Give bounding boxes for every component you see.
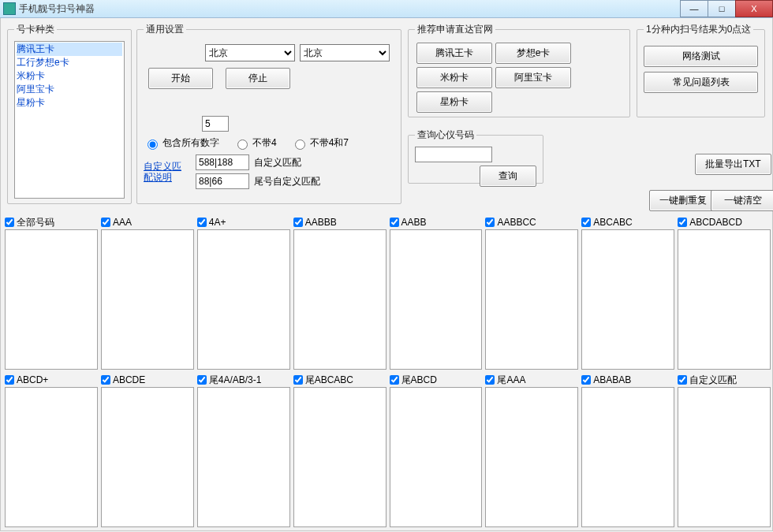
result-listbox[interactable] [293,229,386,370]
filter-label: ABCDE [113,374,145,385]
filter-checkbox[interactable] [581,218,591,227]
filter-label: 尾ABCABC [305,374,353,387]
faq-button[interactable]: 常见问题列表 [644,72,758,93]
grid-row-1: 全部号码AAA4A+AABBBAABBAABBCCABCABCABCDABCD [5,215,771,370]
query-legend: 查询心仪号码 [415,128,476,142]
maximize-button[interactable]: □ [708,0,736,17]
filter-checkbox[interactable] [5,218,14,227]
result-cell-head: ABCABC [581,215,674,229]
result-listbox[interactable] [101,229,194,370]
filter-label: 全部号码 [17,216,54,229]
start-button[interactable]: 开始 [148,68,213,89]
query-group: 查询心仪号码 查询 [408,128,543,184]
radio-no47[interactable]: 不带4和7 [291,136,349,150]
close-button[interactable]: X [735,0,773,17]
list-item[interactable]: 星粉卡 [17,96,122,110]
filter-checkbox[interactable] [197,375,207,385]
result-listbox[interactable] [581,229,674,370]
filter-checkbox[interactable] [5,375,14,385]
filter-label: 尾ABCD [401,374,437,387]
filter-checkbox[interactable] [581,375,591,385]
filter-checkbox[interactable] [678,218,687,227]
custom-match1-input[interactable] [196,154,249,170]
custom-match2-input[interactable] [196,173,249,189]
result-cell: AAA [101,215,194,370]
custom-match-help-link[interactable]: 自定义匹 [144,161,191,172]
list-item[interactable]: 米粉卡 [17,69,122,83]
filter-checkbox[interactable] [197,218,207,227]
result-listbox[interactable] [390,229,483,370]
filter-checkbox[interactable] [485,218,495,227]
result-cell: ABCD+ [5,373,98,527]
query-input[interactable] [415,147,492,162]
recommend-xing-button[interactable]: 星粉卡 [416,91,492,113]
list-item[interactable]: 工行梦想e卡 [17,56,122,69]
filter-checkbox[interactable] [390,218,399,227]
filter-checkbox[interactable] [485,375,495,385]
result-cell-head: ABCDABCD [678,215,771,229]
clear-all-button[interactable]: 一键清空 [711,190,773,211]
result-listbox[interactable] [101,387,194,527]
cardtypes-listbox[interactable]: 腾讯王卡 工行梦想e卡 米粉卡 阿里宝卡 星粉卡 [14,41,125,199]
radio-no47-input[interactable] [295,140,305,150]
minimize-button[interactable]: — [680,0,708,17]
result-cell: 尾AAA [485,373,578,527]
custom-match1-label: 自定义匹配 [254,156,301,169]
result-listbox[interactable] [197,387,290,527]
result-cell-head: AAA [101,215,194,229]
list-item[interactable]: 腾讯王卡 [17,43,122,56]
filter-checkbox[interactable] [293,375,303,385]
filter-checkbox[interactable] [101,375,110,385]
result-listbox[interactable] [678,387,771,527]
result-cell: 全部号码 [5,215,98,370]
result-cell: 自定义匹配 [678,373,771,527]
result-listbox[interactable] [5,387,98,527]
filter-checkbox[interactable] [293,218,303,227]
result-listbox[interactable] [678,229,771,370]
filter-label: AABBB [305,217,337,228]
custom-match2-label: 尾号自定义匹配 [254,175,320,188]
filter-label: AAA [113,217,132,228]
count-input[interactable] [202,116,229,132]
radio-no4-input[interactable] [237,140,248,150]
filter-checkbox[interactable] [390,375,399,385]
result-cell: ABABAB [581,373,674,527]
custom-match-help-link2[interactable]: 配说明 [144,172,191,183]
result-cell: 尾ABCD [390,373,483,527]
result-listbox[interactable] [5,229,98,370]
filter-label: 尾AAA [497,374,525,387]
export-txt-button[interactable]: 批量导出TXT [695,154,771,175]
recommend-tencent-button[interactable]: 腾讯王卡 [416,43,492,64]
network-test-button[interactable]: 网络测试 [644,46,758,67]
result-cell-head: 尾ABCD [390,373,483,387]
window-title: 手机靓号扫号神器 [19,2,95,16]
recommend-group: 推荐申请直达官网 腾讯王卡 梦想e卡 米粉卡 阿里宝卡 星粉卡 [408,23,630,117]
cardtypes-group: 号卡种类 腾讯王卡 工行梦想e卡 米粉卡 阿里宝卡 星粉卡 [7,23,132,204]
radio-no4[interactable]: 不带4 [233,136,277,150]
radio-all-input[interactable] [148,140,158,150]
result-cell: 尾ABCABC [293,373,386,527]
result-cell-head: AABB [390,215,483,229]
recommend-mi-button[interactable]: 米粉卡 [416,67,492,88]
city-select[interactable]: 北京 [300,44,390,61]
result-listbox[interactable] [581,387,674,527]
recommend-dream-button[interactable]: 梦想e卡 [495,43,571,64]
result-listbox[interactable] [293,387,386,527]
app-icon [3,2,16,15]
list-item[interactable]: 阿里宝卡 [17,83,122,96]
result-cell: 尾4A/AB/3-1 [197,373,290,527]
result-listbox[interactable] [485,387,578,527]
dedupe-button[interactable]: 一键删重复 [649,190,717,211]
titlebar: 手机靓号扫号神器 — □ X [0,0,773,18]
result-listbox[interactable] [390,387,483,527]
result-listbox[interactable] [197,229,290,370]
stop-button[interactable]: 停止 [226,68,290,89]
query-button[interactable]: 查询 [480,166,536,187]
result-cell-head: ABCDE [101,373,194,387]
result-listbox[interactable] [485,229,578,370]
filter-checkbox[interactable] [101,218,110,227]
province-select[interactable]: 北京 [205,44,295,61]
recommend-ali-button[interactable]: 阿里宝卡 [495,67,571,88]
radio-all[interactable]: 包含所有数字 [144,136,219,150]
filter-checkbox[interactable] [678,375,687,385]
